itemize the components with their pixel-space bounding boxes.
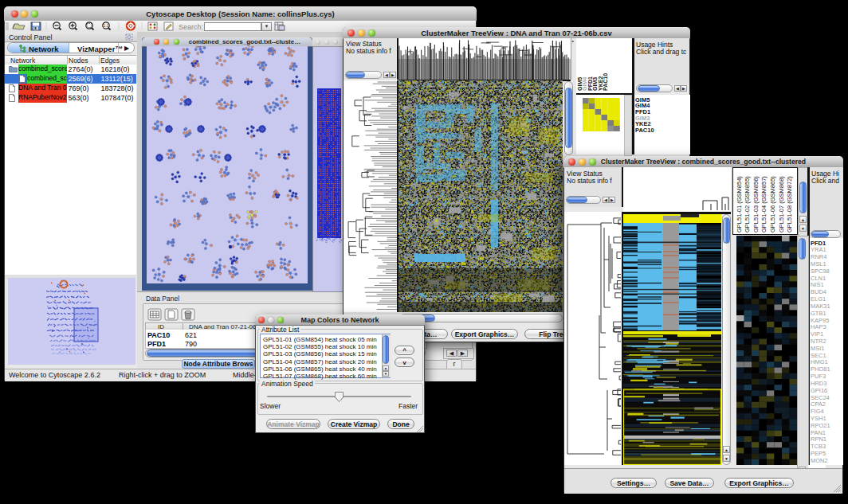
svg-text:PAC10: PAC10 [603,73,608,91]
svg-text:GPL51-01 (GSM854): GPL51-01 (GSM854) [736,176,743,232]
svg-text:GPL51-07 (GSM868): GPL51-07 (GSM868) [778,176,785,232]
svg-text:GPL51-03 (GSM856): GPL51-03 (GSM856) [752,176,760,232]
svg-text:GPL51-06 (GSM865): GPL51-06 (GSM865) [769,176,776,232]
svg-text:GPL51-04 (GSM857): GPL51-04 (GSM857) [760,176,768,232]
svg-text:GPL51-08 (GSM872): GPL51-08 (GSM872) [786,176,793,232]
svg-text:1:1: 1:1 [104,24,109,28]
svg-text:GPL51-02 (GSM855): GPL51-02 (GSM855) [744,176,751,232]
